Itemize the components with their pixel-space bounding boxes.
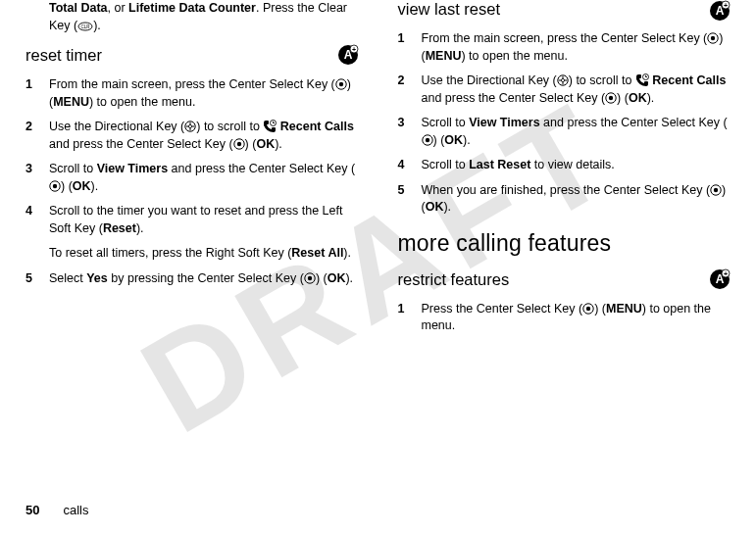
center-select-key-icon [304, 272, 316, 284]
page-footer: 50calls [25, 503, 88, 517]
body-text: by pressing the Center Select Key ( [108, 271, 304, 285]
ok-label: OK [73, 179, 91, 193]
step-body: Scroll to the timer you want to reset an… [49, 203, 359, 237]
body-text: From the main screen, press the Center S… [49, 77, 335, 91]
reset-all-label: Reset All [291, 246, 343, 260]
heading-row: view last reset A+ [398, 0, 731, 23]
body-text: and press the Center Select Key ( [540, 116, 728, 129]
body-text: To reset all timers, press the Right Sof… [49, 246, 291, 260]
svg-text:+: + [724, 2, 728, 9]
step-number: 5 [398, 182, 410, 217]
step-number: 5 [25, 270, 37, 288]
step-1: 1 Press the Center Select Key () (MENU) … [398, 301, 731, 335]
step-number: 1 [398, 301, 410, 335]
recent-calls-label: Recent Calls [652, 73, 726, 87]
heading-row: restrict features A+ [398, 263, 731, 293]
body-text: ). [275, 137, 282, 151]
svg-point-29 [425, 137, 428, 141]
center-select-key-icon [605, 92, 617, 104]
chapter-heading: more calling features [398, 230, 731, 257]
step-3: 3 Scroll to View Timers and press the Ce… [398, 115, 731, 149]
recent-calls-icon [635, 73, 649, 87]
body-text: and press the Center Select Key ( [168, 162, 355, 175]
recent-calls-icon [263, 120, 277, 133]
step-body: When you are finished, press the Center … [422, 182, 731, 217]
step-body: Select Yes by pressing the Center Select… [49, 270, 359, 288]
body-text: ). [91, 179, 99, 193]
svg-point-37 [586, 306, 590, 310]
ok-label: OK [444, 133, 463, 147]
step-number: 2 [25, 119, 37, 153]
body-text: and press the Center Select Key ( [49, 137, 233, 151]
step-number: 2 [398, 73, 410, 107]
svg-point-27 [609, 95, 613, 99]
body-text: and press the Center Select Key ( [422, 91, 606, 105]
svg-point-12 [236, 141, 240, 145]
view-timers-label: View Timers [469, 116, 540, 129]
body-text: ) ( [316, 271, 328, 285]
body-text: Use the Directional Key ( [49, 120, 184, 133]
menu-label: MENU [606, 302, 642, 316]
svg-text:+: + [724, 269, 728, 276]
body-text: ) ( [245, 137, 257, 151]
intro-paragraph: Total Data, or Lifetime Data Counter. Pr… [49, 0, 359, 34]
step-number: 1 [25, 76, 37, 111]
last-reset-label: Last Reset [469, 158, 530, 171]
body-text: ). [345, 271, 353, 285]
body-text: ) ( [594, 302, 606, 316]
right-column: view last reset A+ 1 From the main scree… [398, 0, 731, 480]
svg-text:CLR: CLR [81, 24, 91, 29]
body-text: ) ( [61, 179, 73, 193]
step-number: 3 [25, 161, 37, 195]
page-columns: Total Data, or Lifetime Data Counter. Pr… [0, 0, 756, 480]
body-text: Press the Center Select Key ( [422, 302, 583, 316]
view-timers-label: View Timers [97, 162, 169, 175]
footer-section: calls [63, 503, 88, 517]
ok-label: OK [256, 137, 275, 151]
body-text: ). [136, 221, 144, 235]
body-text: From the main screen, press the Center S… [422, 31, 708, 45]
step-5: 5 When you are finished, press the Cente… [398, 182, 731, 217]
step-1: 1 From the main screen, press the Center… [398, 30, 731, 65]
feature-a-plus-icon: A+ [709, 0, 731, 22]
body-text: ). [647, 91, 655, 105]
svg-point-24 [561, 78, 564, 81]
svg-point-22 [711, 36, 715, 40]
step-2: 2 Use the Directional Key () to scroll t… [25, 119, 359, 153]
yes-label: Yes [86, 271, 108, 285]
step-number: 4 [25, 203, 37, 237]
step-body: Use the Directional Key () to scroll to … [49, 119, 359, 153]
step-body: Scroll to Last Reset to view details. [422, 157, 731, 174]
menu-label: MENU [53, 95, 89, 109]
ok-label: OK [328, 271, 346, 285]
step-4-para: To reset all timers, press the Right Sof… [49, 245, 359, 263]
center-select-key-icon [422, 134, 433, 146]
bold-text: Total Data [49, 1, 108, 15]
body-text: ). [93, 19, 101, 32]
body-text: , or [108, 1, 129, 15]
reset-label: Reset [103, 221, 136, 235]
body-text: Select [49, 271, 86, 285]
body-text: ) to open the menu. [461, 49, 567, 63]
step-number: 3 [398, 115, 410, 149]
body-text: to view details. [530, 158, 614, 171]
svg-point-7 [339, 82, 343, 86]
ok-label: OK [426, 200, 444, 214]
body-text: ) to scroll to [196, 120, 263, 133]
body-text: ) ( [433, 133, 445, 147]
step-4: 4 Scroll to Last Reset to view details. [398, 157, 731, 174]
directional-key-icon [557, 74, 569, 86]
directional-key-icon [184, 121, 196, 132]
body-text: When you are finished, press the Center … [422, 183, 711, 197]
body-text: ). [343, 246, 351, 260]
center-select-key-icon [707, 32, 719, 44]
step-body: Press the Center Select Key () (MENU) to… [422, 301, 731, 335]
step-4: 4 Scroll to the timer you want to reset … [25, 203, 359, 237]
step-3: 3 Scroll to View Timers and press the Ce… [25, 161, 359, 195]
section-heading: view last reset [398, 0, 501, 19]
body-text: ). [463, 133, 471, 147]
svg-text:+: + [351, 46, 355, 53]
section-heading: restrict features [398, 270, 510, 289]
svg-point-14 [53, 183, 57, 187]
step-2: 2 Use the Directional Key () to scroll t… [398, 73, 731, 107]
